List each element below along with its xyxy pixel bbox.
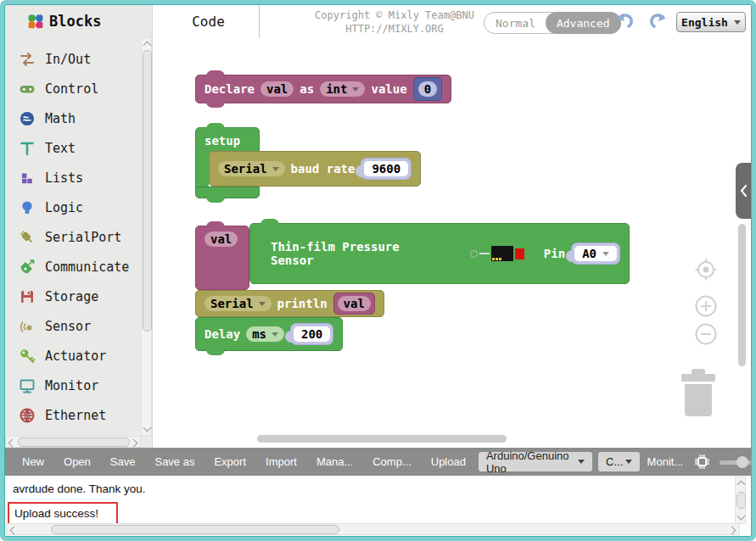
code-tab[interactable]: Code	[158, 5, 260, 38]
workspace-vertical-scrollbar[interactable]	[738, 224, 746, 366]
sidebar-vertical-scrollbar[interactable]	[141, 37, 152, 436]
pin-dropdown[interactable]: A0	[574, 246, 617, 261]
mode-normal-button[interactable]: Normal	[484, 13, 546, 33]
zoom-center-button[interactable]	[693, 257, 719, 282]
gamepad-icon	[19, 81, 36, 98]
scroll-left-arrow-icon[interactable]	[10, 527, 19, 535]
mixly-window: Blocks In/Out Control Math Text Lists	[0, 0, 756, 541]
baud-number-field[interactable]: 9600	[364, 161, 408, 176]
chevron-down-icon	[625, 460, 632, 464]
board-select[interactable]: Arduino/Genuino Uno	[479, 452, 592, 471]
open-button[interactable]: Open	[64, 455, 91, 468]
number-field[interactable]: 0	[418, 81, 437, 97]
scroll-up-arrow-icon[interactable]	[737, 481, 746, 489]
sidebar-item-ethernet[interactable]: Ethernet	[5, 400, 141, 430]
plug-icon	[19, 229, 36, 246]
baud-value-slot[interactable]: 9600	[361, 158, 412, 180]
floppy-disk-icon	[19, 288, 36, 305]
export-button[interactable]: Export	[214, 455, 246, 468]
scroll-right-arrow-icon[interactable]	[130, 439, 138, 448]
setup-block-footer[interactable]	[195, 187, 260, 198]
sidebar-item-serialport[interactable]: SerialPort	[5, 222, 141, 252]
number-value-block[interactable]: 0	[413, 77, 442, 101]
delay-label: Delay	[204, 327, 240, 341]
zoom-in-button[interactable]	[693, 293, 719, 319]
scrollbar-thumb[interactable]	[736, 492, 746, 509]
sidebar-item-control[interactable]: Control	[5, 74, 141, 103]
variable-getter-block[interactable]: val	[333, 293, 375, 315]
sidebar-item-sensor[interactable]: Sensor	[5, 311, 141, 341]
chip-icon[interactable]	[694, 451, 710, 472]
sidebar-item-text[interactable]: Text	[5, 133, 141, 163]
top-bar: Code Copyright © Mixly Team@BNU HTTP://M…	[152, 5, 752, 40]
sidebar-item-inout[interactable]: In/Out	[5, 44, 141, 74]
scroll-right-arrow-icon[interactable]	[728, 527, 736, 535]
redo-icon[interactable]	[645, 11, 669, 33]
scrollbar-thumb[interactable]	[143, 50, 152, 332]
declare-variable-block[interactable]: Declare val as int value 0	[195, 75, 451, 103]
type-value: int	[326, 82, 347, 96]
workspace-horizontal-scrollbar[interactable]	[257, 435, 507, 443]
delay-unit-dropdown[interactable]: ms	[246, 326, 284, 342]
collapse-panel-tab[interactable]	[736, 163, 751, 219]
undo-icon[interactable]	[614, 11, 638, 33]
variable-field[interactable]: val	[204, 231, 238, 247]
sidebar-item-monitor[interactable]: Monitor	[5, 371, 141, 400]
sidebar-item-communicate[interactable]: Communicate	[5, 252, 141, 282]
scroll-down-arrow-icon[interactable]	[737, 512, 746, 521]
import-button[interactable]: Import	[266, 455, 297, 468]
variable-field[interactable]: val	[338, 296, 371, 311]
console-vertical-scrollbar[interactable]	[735, 477, 746, 524]
dropdown-arrow-icon	[259, 302, 266, 306]
sidebar-item-math[interactable]: Math	[5, 103, 141, 133]
sidebar-item-storage[interactable]: Storage	[5, 282, 141, 311]
serial-baud-rate-block[interactable]: Serial baud rate 9600	[209, 151, 421, 187]
serial-println-block[interactable]: Serial println val	[195, 290, 384, 317]
block-connector	[206, 123, 225, 129]
serial-port-dropdown[interactable]: Serial	[204, 296, 272, 311]
sidebar-item-label: Communicate	[45, 259, 129, 275]
slider-knob[interactable]	[736, 456, 748, 468]
sidebar-item-logic[interactable]: Logic	[5, 192, 141, 222]
sidebar-item-label: Sensor	[45, 319, 91, 334]
scroll-left-arrow-icon[interactable]	[8, 439, 17, 448]
compile-button[interactable]: Comp...	[372, 455, 412, 468]
globe-icon	[19, 407, 36, 424]
trash-icon[interactable]	[677, 367, 720, 420]
save-as-button[interactable]: Save as	[154, 455, 194, 468]
manager-button[interactable]: Mana...	[316, 455, 353, 468]
pressure-sensor-image	[470, 246, 524, 261]
pressure-sensor-block[interactable]: Thin-film Pressure Sensor Pin A0	[249, 223, 630, 284]
console-horizontal-scrollbar[interactable]	[6, 523, 740, 535]
set-variable-block[interactable]: val	[195, 226, 249, 290]
language-select[interactable]: English	[676, 12, 746, 32]
setup-block-spine[interactable]	[195, 149, 209, 192]
port-select-value: C...	[606, 455, 623, 468]
mode-advanced-button[interactable]: Advanced	[546, 12, 621, 34]
zoom-out-button[interactable]	[693, 321, 719, 347]
monitor-button[interactable]: Monit...	[647, 455, 684, 468]
serial-port-dropdown[interactable]: Serial	[218, 161, 285, 176]
port-select[interactable]: C...	[598, 452, 640, 471]
new-button[interactable]: New	[22, 455, 44, 468]
delay-block[interactable]: Delay ms 200	[195, 317, 343, 351]
sidebar-item-label: Text	[45, 141, 76, 156]
board-select-value: Arduino/Genuino Uno	[486, 449, 578, 475]
scroll-down-arrow-icon[interactable]	[143, 424, 152, 432]
code-panel-size-slider[interactable]	[720, 456, 751, 468]
scrollbar-thumb[interactable]	[18, 438, 130, 447]
upload-button[interactable]: Upload	[431, 455, 466, 468]
delay-value-slot[interactable]: 200	[290, 323, 333, 345]
sidebar-item-lists[interactable]: Lists	[5, 163, 141, 192]
scroll-up-arrow-icon[interactable]	[143, 42, 152, 50]
save-button[interactable]: Save	[110, 455, 136, 468]
type-dropdown[interactable]: int	[320, 81, 365, 97]
scrollbar-thumb[interactable]	[51, 525, 339, 534]
math-icon	[19, 110, 36, 127]
sidebar-horizontal-scrollbar[interactable]	[5, 436, 141, 448]
delay-number-field[interactable]: 200	[294, 326, 330, 342]
sidebar-item-actuator[interactable]: Actuator	[5, 341, 141, 371]
variable-name-field[interactable]: val	[260, 81, 294, 97]
sidebar-item-label: Storage	[45, 289, 98, 304]
pin-slot[interactable]: A0	[571, 243, 620, 265]
